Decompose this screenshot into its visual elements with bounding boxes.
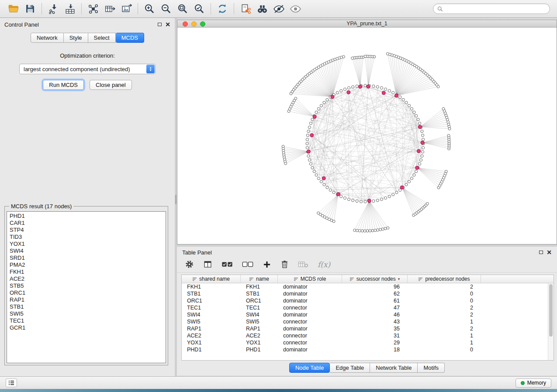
mcds-result-item[interactable]: TEC1 bbox=[10, 317, 166, 324]
table-toolbar: f(x) bbox=[177, 256, 557, 273]
mcds-result-title: MCDS result (17 nodes) bbox=[9, 203, 73, 210]
mcds-result-item[interactable]: PMA2 bbox=[10, 261, 166, 268]
table-row[interactable]: TEC1 TEC1 connector 47 2 bbox=[182, 304, 548, 311]
tab-edge-table[interactable]: Edge Table bbox=[330, 363, 370, 373]
new-network-button[interactable] bbox=[85, 2, 101, 16]
mcds-result-item[interactable]: YOX1 bbox=[10, 241, 166, 248]
cell-predecessor-nodes: 0 bbox=[408, 298, 481, 304]
cell-predecessor-nodes: 1 bbox=[408, 319, 481, 325]
show-all-button[interactable] bbox=[287, 2, 304, 16]
table-row[interactable]: FKH1 FKH1 dominator 96 2 bbox=[182, 283, 548, 290]
close-panel-button[interactable]: Close panel bbox=[90, 80, 132, 90]
zoom-selected-button[interactable] bbox=[191, 2, 208, 16]
zoom-out-button[interactable] bbox=[158, 2, 174, 16]
column-header-predecessor-nodes[interactable]: predecessor nodes bbox=[408, 275, 481, 283]
node-table-body[interactable]: FKH1 FKH1 dominator 96 2 STB1 STB1 domin… bbox=[182, 283, 548, 360]
mcds-result-item[interactable]: CAR1 bbox=[10, 220, 166, 227]
close-panel-icon[interactable]: ✕ bbox=[165, 22, 170, 27]
mcds-result-item[interactable]: ACE2 bbox=[10, 275, 166, 282]
table-row[interactable]: ORC1 ORC1 dominator 61 0 bbox=[182, 297, 548, 304]
column-header-mcds-role[interactable]: MCDS role bbox=[278, 275, 342, 283]
hide-selected-button[interactable] bbox=[270, 2, 287, 16]
search-box[interactable] bbox=[433, 3, 550, 14]
add-column-button[interactable] bbox=[263, 259, 271, 270]
cell-name: PHD1 bbox=[241, 347, 278, 353]
new-network-icon bbox=[88, 3, 99, 14]
function-builder-button[interactable]: f(x) bbox=[318, 259, 330, 270]
mcds-result-item[interactable]: STB5 bbox=[10, 282, 166, 289]
scrollbar-thumb[interactable] bbox=[549, 284, 553, 337]
optimization-criterion-label: Optimization criterion: bbox=[0, 52, 175, 59]
mcds-result-item[interactable]: PHD1 bbox=[10, 213, 166, 220]
table-row[interactable]: STB1 STB1 dominator 62 0 bbox=[182, 290, 548, 297]
import-table-button[interactable] bbox=[62, 2, 78, 16]
zoom-in-button[interactable] bbox=[141, 2, 158, 16]
open-session-button[interactable] bbox=[5, 2, 22, 16]
export-image-button[interactable] bbox=[118, 2, 135, 16]
float-table-panel-icon[interactable] bbox=[539, 251, 543, 254]
close-window-icon[interactable] bbox=[183, 21, 188, 27]
float-panel-icon[interactable] bbox=[158, 23, 162, 26]
table-settings-button[interactable] bbox=[185, 259, 194, 270]
zoom-selected-icon bbox=[194, 3, 205, 14]
mcds-result-item[interactable]: SWI4 bbox=[10, 248, 166, 254]
mcds-result-list[interactable]: PHD1CAR1STP4TID3YOX1SWI4SRD1PMA2FKH1ACE2… bbox=[7, 211, 166, 363]
column-header-name[interactable]: name bbox=[241, 275, 278, 283]
search-input[interactable] bbox=[445, 6, 546, 12]
find-button[interactable] bbox=[254, 2, 270, 16]
table-row[interactable]: SWI5 SWI5 connector 43 1 bbox=[182, 318, 548, 325]
delete-table-button[interactable] bbox=[298, 259, 308, 270]
table-row[interactable]: PHD1 PHD1 dominator 18 0 bbox=[182, 346, 548, 353]
close-table-panel-icon[interactable]: ✕ bbox=[547, 250, 552, 254]
minimize-window-icon[interactable] bbox=[191, 21, 197, 27]
mcds-result-item[interactable]: STP4 bbox=[10, 227, 166, 234]
cell-predecessor-nodes: 2 bbox=[408, 326, 481, 332]
select-all-rows-button[interactable] bbox=[221, 259, 233, 270]
tab-node-table[interactable]: Node Table bbox=[289, 363, 330, 373]
column-label: name bbox=[256, 276, 269, 282]
table-row[interactable]: RAP1 RAP1 dominator 35 2 bbox=[182, 325, 548, 332]
mcds-result-item[interactable]: SRD1 bbox=[10, 254, 166, 261]
zoom-fit-button[interactable] bbox=[174, 2, 191, 16]
table-row[interactable]: SWI4 SWI4 dominator 46 2 bbox=[182, 311, 548, 318]
mcds-result-group: MCDS result (17 nodes) PHD1CAR1STP4TID3Y… bbox=[4, 203, 168, 365]
cell-mcds-role: dominator bbox=[278, 291, 342, 297]
mcds-result-item[interactable]: SWI5 bbox=[10, 310, 166, 317]
deselect-all-rows-button[interactable] bbox=[242, 259, 253, 270]
network-titlebar[interactable]: YPA_prune.txt_1 bbox=[177, 20, 557, 28]
mcds-result-item[interactable]: RAP1 bbox=[10, 296, 166, 303]
mcds-result-item[interactable]: STB1 bbox=[10, 303, 166, 310]
menu-list-icon bbox=[8, 380, 14, 385]
tab-motifs[interactable]: Motifs bbox=[418, 363, 445, 373]
delete-column-button[interactable] bbox=[280, 259, 289, 270]
run-mcds-button[interactable]: Run MCDS bbox=[43, 80, 84, 90]
column-header-shared-name[interactable]: shared name bbox=[182, 275, 241, 283]
network-canvas[interactable] bbox=[177, 28, 557, 244]
show-columns-button[interactable] bbox=[203, 259, 212, 270]
apply-layout-button[interactable] bbox=[214, 2, 231, 16]
table-row[interactable]: YOX1 YOX1 connector 29 1 bbox=[182, 339, 548, 346]
mcds-result-item[interactable]: TID3 bbox=[10, 234, 166, 241]
table-scrollbar[interactable] bbox=[548, 283, 554, 360]
column-header-successor-nodes[interactable]: successor nodes ▾ bbox=[342, 275, 408, 283]
mcds-result-item[interactable]: ORC1 bbox=[10, 289, 166, 296]
clone-network-button[interactable] bbox=[237, 2, 254, 16]
tab-mcds[interactable]: MCDS bbox=[116, 33, 144, 43]
show-panels-button[interactable] bbox=[6, 378, 17, 387]
memory-button[interactable]: Memory bbox=[515, 378, 551, 388]
maximize-window-icon[interactable] bbox=[200, 21, 205, 27]
mcds-result-item[interactable]: FKH1 bbox=[10, 268, 166, 275]
cell-shared-name: FKH1 bbox=[182, 284, 241, 290]
criterion-select[interactable]: largest connected component (undirected)… bbox=[19, 64, 156, 74]
tab-network-table[interactable]: Network Table bbox=[370, 363, 418, 373]
table-row[interactable]: ACE2 ACE2 connector 31 1 bbox=[182, 332, 548, 339]
import-network-button[interactable] bbox=[45, 2, 62, 16]
export-table-button[interactable] bbox=[101, 2, 118, 16]
mcds-result-item[interactable]: GCR1 bbox=[10, 324, 166, 331]
save-session-button[interactable] bbox=[22, 2, 38, 16]
cell-shared-name: SWI4 bbox=[182, 312, 241, 318]
tab-style[interactable]: Style bbox=[64, 33, 88, 43]
tab-network[interactable]: Network bbox=[31, 33, 64, 43]
tab-select[interactable]: Select bbox=[88, 33, 116, 43]
export-table-icon bbox=[104, 3, 115, 14]
